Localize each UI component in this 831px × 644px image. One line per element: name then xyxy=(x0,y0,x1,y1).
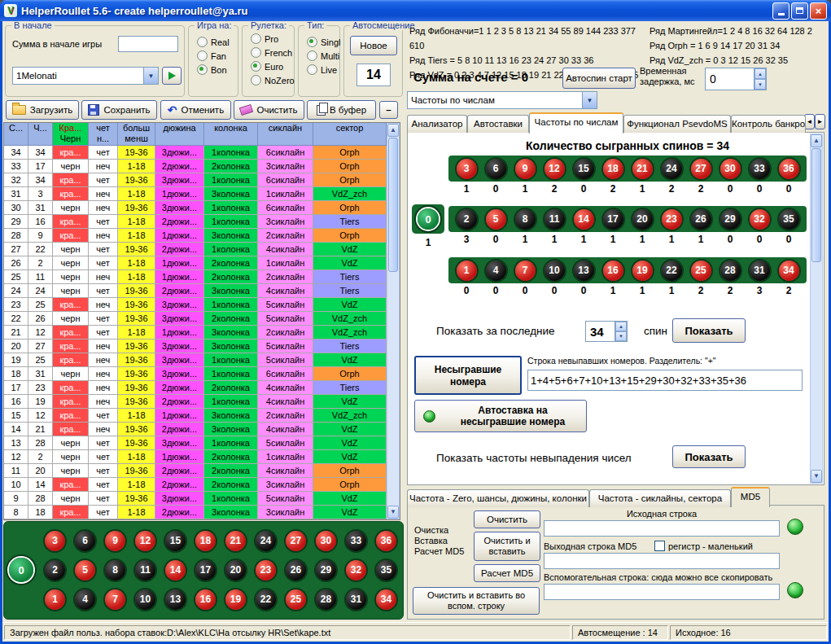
table-row[interactable]: 3434кра...чет19-363дюжи...1колонка6сикла… xyxy=(4,146,400,160)
table-row[interactable]: 2027кра...неч19-363дюжи...3колонка5сикла… xyxy=(4,340,400,353)
minus-button[interactable]: – xyxy=(379,101,398,119)
radio-option-real[interactable]: Real xyxy=(192,35,236,49)
radio-option-singl[interactable]: Singl xyxy=(302,35,338,49)
roulette-number-15[interactable]: 15 xyxy=(165,531,186,551)
roulette-number-9[interactable]: 9 xyxy=(105,531,125,551)
radio-option-bon[interactable]: Bon xyxy=(192,63,236,77)
roulette-number-10[interactable]: 10 xyxy=(135,589,155,610)
scroll-down-icon[interactable]: ▼ xyxy=(811,470,822,483)
md5-calc-button[interactable]: Расчет MD5 xyxy=(474,564,540,582)
bottom-tab-1[interactable]: Частота - Zero, шансы, дюжины, колонки xyxy=(407,489,589,507)
roulette-number-20[interactable]: 20 xyxy=(225,560,246,580)
last-spins-spinner[interactable]: 34 ▲▼ xyxy=(585,321,628,342)
table-row[interactable]: 2722чернчет19-362дюжи...1колонка4сиклайн… xyxy=(4,243,400,256)
roulette-number-16[interactable]: 16 xyxy=(195,589,216,610)
roulette-number-14[interactable]: 14 xyxy=(165,560,186,580)
md5-aux-input[interactable] xyxy=(544,584,780,600)
table-row[interactable]: 2325кра...неч19-363дюжи...1колонка5сикла… xyxy=(4,298,400,312)
roulette-number-21[interactable]: 21 xyxy=(225,531,246,551)
autospin-button[interactable]: Автоспин старт xyxy=(562,68,636,89)
tab-2[interactable]: Автоставки xyxy=(467,115,529,133)
save-button[interactable]: Сохранить xyxy=(81,100,157,120)
table-row[interactable]: 3317черннеч1-182дюжи...2колонка3сиклайнO… xyxy=(4,160,400,173)
table-row[interactable]: 262чернчет1-181дюжи...2колонка1сиклайнVd… xyxy=(4,256,400,270)
roulette-number-24[interactable]: 24 xyxy=(256,531,276,551)
roulette-number-32[interactable]: 32 xyxy=(346,560,366,580)
roulette-number-6[interactable]: 6 xyxy=(75,531,95,551)
table-row[interactable]: 3234кра...чет19-363дюжи...1колонка6сикла… xyxy=(4,173,400,187)
table-row[interactable]: 1120чернчет19-362дюжи...2колонка4сиклайн… xyxy=(4,464,400,478)
chevron-down-icon[interactable]: ▼ xyxy=(143,68,158,84)
table-scroll-thumb[interactable] xyxy=(388,138,398,272)
radio-option-fan[interactable]: Fan xyxy=(192,49,236,63)
roulette-number-11[interactable]: 11 xyxy=(135,560,155,580)
radio-option-live[interactable]: Live xyxy=(302,63,338,77)
table-row[interactable]: 1831черннеч19-363дюжи...1колонка6сиклайн… xyxy=(4,367,400,381)
table-row[interactable]: 122чернчет1-181дюжи...2колонка1сиклайнVd… xyxy=(4,450,400,464)
table-row[interactable]: 2511черннеч1-181дюжи...2колонка2сиклайнT… xyxy=(4,270,400,284)
titlebar[interactable]: V HelperRoullet 5.6- create helperroulle… xyxy=(0,0,831,21)
md5-clear-paste-aux-button[interactable]: Очистить и вставить во вспом. строку xyxy=(413,587,540,615)
radio-option-multi[interactable]: Multi xyxy=(302,49,338,63)
minimize-button[interactable] xyxy=(772,2,789,20)
table-row[interactable]: 2424чернчет19-362дюжи...3колонка4сиклайн… xyxy=(4,284,400,298)
load-button[interactable]: Загрузить xyxy=(6,100,79,120)
chevron-down-icon[interactable]: ▼ xyxy=(582,92,597,108)
roulette-number-3[interactable]: 3 xyxy=(45,531,65,551)
roulette-number-5[interactable]: 5 xyxy=(75,560,95,580)
scroll-up-icon[interactable]: ▲ xyxy=(811,134,822,147)
radio-option-nozero[interactable]: NoZero xyxy=(246,73,292,87)
table-row[interactable]: 1512кра...чет1-181дюжи...3колонка2сиклай… xyxy=(4,409,400,423)
start-sum-input[interactable] xyxy=(118,36,178,52)
undo-button[interactable]: ↶Отменить xyxy=(160,100,231,120)
roulette-number-34[interactable]: 34 xyxy=(376,589,396,610)
roulette-number-0[interactable]: 0 xyxy=(9,558,33,582)
table-row[interactable]: 1925кра...неч19-363дюжи...1колонка5сикла… xyxy=(4,353,400,367)
roulette-number-28[interactable]: 28 xyxy=(316,589,336,610)
scroll-down-icon[interactable]: ▼ xyxy=(387,506,399,519)
md5-clear-button[interactable]: Очистить xyxy=(474,510,540,528)
table-row[interactable]: 2112кра...чет1-181дюжи...3колонка2сиклай… xyxy=(4,326,400,340)
md5-aux-led-button[interactable] xyxy=(787,582,803,598)
roulette-number-18[interactable]: 18 xyxy=(195,531,216,551)
spin-up-icon[interactable]: ▲ xyxy=(754,68,766,79)
spin-down-icon[interactable]: ▼ xyxy=(615,331,627,341)
roulette-number-25[interactable]: 25 xyxy=(286,589,306,610)
tab-1[interactable]: Анализатор xyxy=(407,115,467,133)
roulette-number-36[interactable]: 36 xyxy=(376,531,396,551)
roulette-number-12[interactable]: 12 xyxy=(135,531,155,551)
show-nofall-button[interactable]: Показать xyxy=(672,445,746,468)
table-row[interactable]: 928чернчет19-363дюжи...1колонка5сиклайнV… xyxy=(4,492,400,506)
close-button[interactable]: × xyxy=(810,2,827,20)
panel-scroll-thumb[interactable] xyxy=(811,148,821,262)
spin-up-icon[interactable]: ▲ xyxy=(615,322,627,331)
table-row[interactable]: 2916кра...чет1-182дюжи...1колонка3сиклай… xyxy=(4,215,400,229)
table-row[interactable]: 818кра...чет1-182дюжи...3колонка3сиклайн… xyxy=(4,506,400,519)
table-scrollbar[interactable]: ▲ ▼ xyxy=(387,123,400,519)
roulette-number-26[interactable]: 26 xyxy=(286,560,306,580)
spin-down-icon[interactable]: ▼ xyxy=(754,79,766,90)
panel-scrollbar[interactable]: ▲ ▼ xyxy=(810,134,823,484)
roulette-number-22[interactable]: 22 xyxy=(256,589,276,610)
play-button[interactable] xyxy=(162,67,182,85)
copy-buffer-button[interactable]: В буфер xyxy=(307,100,376,120)
show-last-spins-button[interactable]: Показать xyxy=(672,318,746,343)
tab-4[interactable]: Функционал PsevdoMS xyxy=(623,115,731,133)
roulette-number-4[interactable]: 4 xyxy=(75,589,95,610)
delay-spinner[interactable]: 0 ▲▼ xyxy=(705,68,767,90)
roulette-number-27[interactable]: 27 xyxy=(286,531,306,551)
roulette-number-30[interactable]: 30 xyxy=(316,531,336,551)
roulette-number-13[interactable]: 13 xyxy=(165,589,186,610)
radio-option-euro[interactable]: Euro xyxy=(246,59,292,73)
table-row[interactable]: 1014кра...чет1-182дюжи...2колонка3сиклай… xyxy=(4,478,400,492)
md5-source-input[interactable] xyxy=(544,520,780,537)
md5-source-led-button[interactable] xyxy=(787,519,803,535)
roulette-number-17[interactable]: 17 xyxy=(195,560,216,580)
clear-button[interactable]: Очистить xyxy=(234,100,304,120)
roulette-number-2[interactable]: 2 xyxy=(45,560,65,580)
radio-option-french[interactable]: French xyxy=(246,46,292,59)
table-row[interactable]: 289кра...неч1-181дюжи...3колонка2сиклайн… xyxy=(4,229,400,243)
bottom-tab-2[interactable]: Частота - сиклайны, сектора xyxy=(589,489,731,507)
table-row[interactable]: 3031черннеч19-363дюжи...1колонка6сиклайн… xyxy=(4,201,400,215)
bottom-tab-3[interactable]: MD5 xyxy=(731,487,770,507)
